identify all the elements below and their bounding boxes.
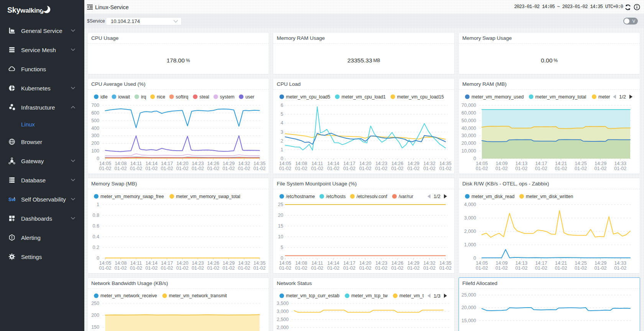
svg-text:1/3: 1/3 xyxy=(434,293,440,299)
svg-text:20,000: 20,000 xyxy=(462,305,476,310)
svg-text:01-02: 01-02 xyxy=(575,166,587,171)
svg-text:system: system xyxy=(220,94,235,100)
svg-text:01-02: 01-02 xyxy=(115,265,127,271)
svg-text:01-02: 01-02 xyxy=(343,265,355,271)
svg-text:5: 5 xyxy=(281,111,283,117)
svg-text:600: 600 xyxy=(91,110,99,116)
svg-text:01-02: 01-02 xyxy=(476,166,488,171)
svg-text:meter_vm_network_receive: meter_vm_network_receive xyxy=(100,293,157,298)
svg-text:01-02: 01-02 xyxy=(115,166,127,171)
svg-text:2,000: 2,000 xyxy=(464,229,476,234)
svg-text:200: 200 xyxy=(91,313,99,318)
svg-text:5: 5 xyxy=(281,245,283,250)
svg-text:01-02: 01-02 xyxy=(407,166,419,171)
svg-text:01-02: 01-02 xyxy=(145,166,158,171)
svg-text:meter_vm_memory_swap_total: meter_vm_memory_swap_total xyxy=(176,194,240,199)
svg-text:01-02: 01-02 xyxy=(343,166,355,171)
svg-text:01-02: 01-02 xyxy=(327,265,339,271)
svg-text:01-02: 01-02 xyxy=(595,166,607,171)
svg-text:01-02: 01-02 xyxy=(279,166,291,171)
svg-text:01-02: 01-02 xyxy=(575,265,587,271)
svg-text:01-02: 01-02 xyxy=(223,265,235,271)
svg-text:70,000: 70,000 xyxy=(462,103,476,108)
svg-text:300: 300 xyxy=(91,133,99,138)
svg-text:01-02: 01-02 xyxy=(130,166,142,171)
svg-text:01-02: 01-02 xyxy=(375,265,388,271)
svg-text:01-02: 01-02 xyxy=(391,166,404,171)
svg-text:meter_vm_tcp_curr_estab: meter_vm_tcp_curr_estab xyxy=(286,293,340,298)
svg-text:01-02: 01-02 xyxy=(614,166,626,171)
svg-text:01-02: 01-02 xyxy=(407,265,419,271)
svg-text:25: 25 xyxy=(278,202,283,207)
svg-text:01-02: 01-02 xyxy=(207,166,219,171)
svg-text:4,000: 4,000 xyxy=(464,202,476,207)
svg-text:meter_vm_cpu_load15: meter_vm_cpu_load15 xyxy=(397,94,444,100)
svg-text:01-02: 01-02 xyxy=(192,166,204,171)
svg-text:/var/rur: /var/rur xyxy=(399,194,413,199)
svg-text:meter_vm_disk_read: meter_vm_disk_read xyxy=(472,194,514,199)
svg-text:01-02: 01-02 xyxy=(176,166,189,171)
svg-text:20,000: 20,000 xyxy=(462,141,476,146)
svg-text:01-02: 01-02 xyxy=(192,265,204,271)
svg-text:meter_vm_memory_swap_free: meter_vm_memory_swap_free xyxy=(100,194,164,199)
svg-text:01-02: 01-02 xyxy=(614,265,626,271)
svg-text:01-02: 01-02 xyxy=(253,265,266,271)
svg-text:nice: nice xyxy=(157,94,165,100)
svg-text:01-02: 01-02 xyxy=(99,265,112,271)
svg-text:01-02: 01-02 xyxy=(311,166,324,171)
svg-text:3: 3 xyxy=(281,129,283,135)
svg-text:meter_vm_memory_total: meter_vm_memory_total xyxy=(536,94,586,100)
svg-text:01-02: 01-02 xyxy=(535,265,547,271)
svg-text:0: 0 xyxy=(281,256,283,261)
svg-text:30,000: 30,000 xyxy=(462,133,476,138)
svg-text:0: 0 xyxy=(473,256,476,261)
svg-text:01-02: 01-02 xyxy=(423,265,435,271)
svg-text:1: 1 xyxy=(281,147,283,152)
svg-text:100: 100 xyxy=(91,148,99,154)
svg-text:10,000: 10,000 xyxy=(462,148,476,154)
svg-text:150: 150 xyxy=(91,324,99,330)
svg-text:01-02: 01-02 xyxy=(423,166,435,171)
svg-text:3,500: 3,500 xyxy=(277,301,289,306)
svg-text:/etc/resolv.conf: /etc/resolv.conf xyxy=(356,194,387,199)
svg-text:0: 0 xyxy=(473,156,476,161)
svg-text:1,000: 1,000 xyxy=(464,242,476,247)
svg-text:Sw: Sw xyxy=(8,197,15,202)
svg-text:15,000: 15,000 xyxy=(462,318,476,323)
svg-text:400: 400 xyxy=(91,126,99,131)
svg-text:01-02: 01-02 xyxy=(496,166,508,171)
svg-text:01-02: 01-02 xyxy=(295,265,307,271)
svg-text:meter: meter xyxy=(598,94,610,100)
svg-text:3,000: 3,000 xyxy=(277,309,289,314)
svg-text:01-02: 01-02 xyxy=(496,265,508,271)
svg-text:01-02: 01-02 xyxy=(555,166,567,171)
svg-text:01-02: 01-02 xyxy=(311,265,324,271)
svg-text:200: 200 xyxy=(91,141,99,146)
svg-text:0: 0 xyxy=(281,156,283,161)
svg-text:01-02: 01-02 xyxy=(595,265,607,271)
svg-text:irq: irq xyxy=(141,94,146,100)
svg-text:0: 0 xyxy=(97,256,99,261)
svg-text:01-02: 01-02 xyxy=(359,166,371,171)
svg-text:01-02: 01-02 xyxy=(99,166,112,171)
svg-text:softirq: softirq xyxy=(176,94,189,100)
svg-text:01-02: 01-02 xyxy=(515,166,527,171)
svg-text:/etc/hosts: /etc/hosts xyxy=(326,194,345,199)
svg-text:01-02: 01-02 xyxy=(439,265,452,271)
svg-text:6: 6 xyxy=(281,103,283,108)
svg-text:/etc/hostname: /etc/hostname xyxy=(286,194,315,199)
svg-text:01-02: 01-02 xyxy=(535,166,547,171)
svg-text:0.8: 0.8 xyxy=(93,213,99,218)
svg-text:meter_vm_cpu_load5: meter_vm_cpu_load5 xyxy=(286,94,330,100)
svg-text:01-02: 01-02 xyxy=(327,166,339,171)
svg-text:01-02: 01-02 xyxy=(161,166,173,171)
svg-text:25,000: 25,000 xyxy=(462,292,476,298)
svg-text:700: 700 xyxy=(91,103,99,108)
svg-text:01-02: 01-02 xyxy=(295,166,307,171)
svg-text:15: 15 xyxy=(278,223,283,229)
svg-text:50,000: 50,000 xyxy=(462,118,476,123)
svg-text:250: 250 xyxy=(91,301,99,306)
svg-text:01-02: 01-02 xyxy=(207,265,219,271)
svg-text:20: 20 xyxy=(278,213,283,218)
svg-text:01-02: 01-02 xyxy=(161,265,173,271)
